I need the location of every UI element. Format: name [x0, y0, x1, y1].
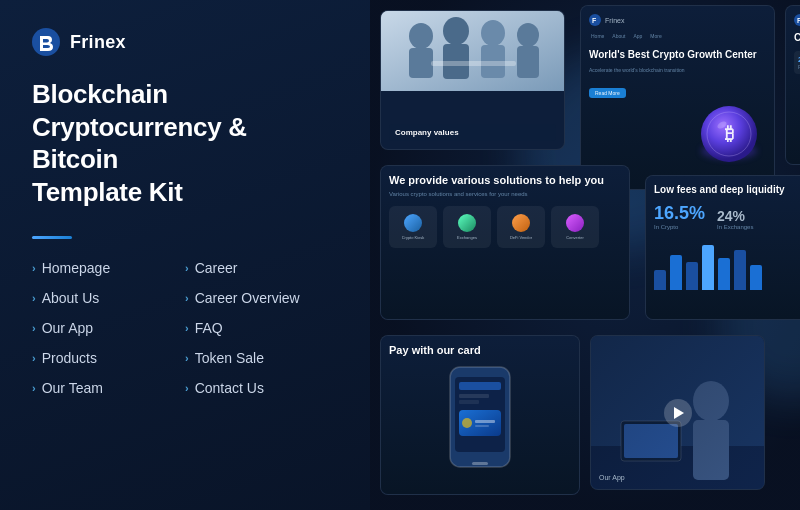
mini-logo-text: Frinex: [605, 17, 624, 24]
nav-item-team[interactable]: › Our Team: [32, 373, 185, 403]
solution-exchange: Exchanges: [443, 206, 491, 248]
nav-item-career-overview[interactable]: › Career Overview: [185, 283, 338, 313]
pay-card-bg: Pay with our card: [381, 336, 579, 494]
solutions-card: We provide various solutions to help you…: [380, 165, 630, 320]
fees-card-bg: Low fees and deep liquidity 16.5% In Cry…: [646, 176, 800, 319]
video-card[interactable]: Our App: [590, 335, 765, 490]
fees-percentage-2: 24%: [717, 208, 753, 224]
video-label: Our App: [599, 474, 625, 481]
svg-text:₿: ₿: [725, 124, 734, 144]
hero-cta-button[interactable]: Read More: [589, 88, 626, 98]
solutions-icons: Crypto Kiosk Exchanges DeFi Vendor Conve…: [389, 206, 621, 248]
bar-chart: [654, 240, 800, 290]
fees-sub-2: In Exchanges: [717, 224, 753, 230]
nav-item-homepage[interactable]: › Homepage: [32, 253, 185, 283]
svg-rect-37: [459, 400, 479, 404]
company-values-card: Company values: [380, 10, 565, 150]
svg-point-2: [409, 23, 433, 49]
hero-card: F Frinex Home About App More World's Bes…: [580, 5, 775, 190]
svg-rect-36: [459, 394, 489, 398]
globe-container: [794, 84, 800, 148]
bar-6: [734, 250, 746, 290]
nav-col-1: › Homepage › About Us › Our App › Produc…: [32, 253, 185, 403]
wallet-mini-logo: F Frinex: [794, 14, 800, 26]
logo-icon: [32, 28, 60, 56]
converter-label: Converter: [566, 235, 584, 240]
bar-7: [750, 265, 762, 290]
arrow-icon: ›: [185, 263, 189, 274]
nav-item-about[interactable]: › About Us: [32, 283, 185, 313]
play-button[interactable]: [664, 399, 692, 427]
team-photo: [381, 11, 564, 91]
arrow-icon: ›: [185, 293, 189, 304]
nav-item-products[interactable]: › Products: [32, 343, 185, 373]
arrow-icon: ›: [32, 293, 36, 304]
nav-label: Career Overview: [195, 290, 300, 306]
solution-defi: DeFi Vendor: [497, 206, 545, 248]
svg-rect-9: [517, 46, 539, 78]
svg-point-39: [462, 418, 472, 428]
arrow-icon: ›: [32, 383, 36, 394]
svg-point-6: [481, 20, 505, 46]
nav-label: Our App: [42, 320, 93, 336]
nav-item-contact[interactable]: › Contact Us: [185, 373, 338, 403]
arrow-icon: ›: [185, 383, 189, 394]
company-values-label: Company values: [389, 124, 556, 141]
phone-svg: [445, 362, 515, 472]
nav-item-token-sale[interactable]: › Token Sale: [185, 343, 338, 373]
nav-label: Homepage: [42, 260, 111, 276]
bar-3: [686, 262, 698, 290]
nav-item-faq[interactable]: › FAQ: [185, 313, 338, 343]
left-panel: Frinex Blockchain Cryptocurrency & Bitco…: [0, 0, 370, 510]
pay-title: Pay with our card: [389, 344, 571, 356]
arrow-icon: ›: [32, 263, 36, 274]
kiosk-label: Crypto Kiosk: [402, 235, 425, 240]
bar-4: [702, 245, 714, 290]
nav-label: Career: [195, 260, 238, 276]
svg-rect-3: [409, 48, 433, 78]
nav-item-app[interactable]: › Our App: [32, 313, 185, 343]
svg-rect-35: [459, 382, 501, 390]
bar-1: [654, 270, 666, 290]
svg-point-0: [32, 28, 60, 56]
pay-card: Pay with our card: [380, 335, 580, 495]
solution-kiosk: Crypto Kiosk: [389, 206, 437, 248]
nav-label: Products: [42, 350, 97, 366]
mini-nav: Home About App More: [589, 32, 766, 40]
fees-card: Low fees and deep liquidity 16.5% In Cry…: [645, 175, 800, 320]
nav-label: FAQ: [195, 320, 223, 336]
nav-col-2: › Career › Career Overview › FAQ › Token…: [185, 253, 338, 403]
coin-svg: ₿: [694, 99, 764, 169]
play-triangle-icon: [674, 407, 684, 419]
stats-grid: 2014 Founded 250+ In Crypto 750M Investe…: [794, 51, 800, 74]
accent-bar: [32, 236, 72, 239]
mini-logo: F Frinex: [589, 14, 766, 26]
bar-2: [670, 255, 682, 290]
wallet-card: F Frinex Cryptocurrency in every wallet …: [785, 5, 800, 165]
right-panel: Company values Earn reward by inviting y…: [370, 0, 800, 510]
fees-sub: In Crypto: [654, 224, 705, 230]
nav-item-career[interactable]: › Career: [185, 253, 338, 283]
defi-label: DeFi Vendor: [510, 235, 532, 240]
mini-logo-icon: F: [589, 14, 601, 26]
fees-percentage: 16.5%: [654, 203, 705, 224]
svg-rect-10: [431, 61, 516, 66]
screenshot-mosaic: Company values Earn reward by inviting y…: [370, 0, 800, 510]
wallet-card-bg: F Frinex Cryptocurrency in every wallet …: [786, 6, 800, 164]
hero-title-mini: World's Best Crypto Growth Center: [589, 48, 766, 61]
fees-stats: 16.5% In Crypto 24% In Exchanges: [654, 203, 800, 230]
defi-icon: [512, 214, 530, 232]
logo-area: Frinex: [32, 28, 338, 56]
nav-label: Token Sale: [195, 350, 264, 366]
arrow-icon: ›: [32, 353, 36, 364]
solutions-title: We provide various solutions to help you: [389, 174, 621, 186]
hero-card-bg: F Frinex Home About App More World's Bes…: [581, 6, 774, 189]
nav-label: About Us: [42, 290, 100, 306]
svg-rect-42: [472, 462, 488, 465]
exchange-icon: [458, 214, 476, 232]
bar-5: [718, 258, 730, 290]
arrow-icon: ›: [185, 353, 189, 364]
arrow-icon: ›: [32, 323, 36, 334]
wallet-title: Cryptocurrency in every wallet: [794, 32, 800, 43]
phone-container: [389, 362, 571, 472]
